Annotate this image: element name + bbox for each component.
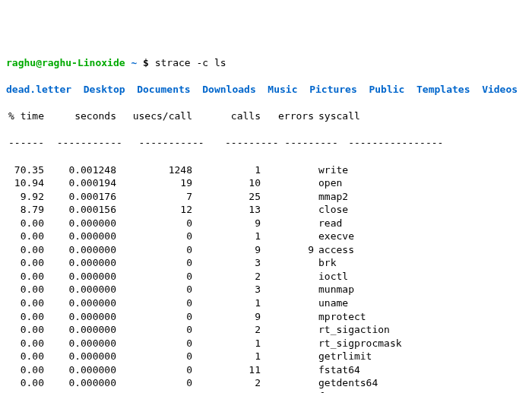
table-row: 10.940.0001941910open bbox=[6, 176, 526, 190]
table-row: 0.000.00000001execve bbox=[6, 230, 526, 243]
prompt-cwd: ~ bbox=[131, 57, 137, 68]
table-row: 70.350.00124812481write bbox=[6, 163, 526, 177]
table-row: 0.000.00000003munmap bbox=[6, 283, 526, 296]
prompt-dollar: $ bbox=[143, 57, 149, 68]
table-row: 9.920.000176725mmap2 bbox=[6, 190, 526, 204]
table-row: 0.000.00000002rt_sigaction bbox=[6, 323, 526, 337]
table-row: 0.000.00000009read bbox=[6, 217, 526, 230]
table-row: 0.000.00000001uname bbox=[6, 296, 526, 310]
table-row: 0.000.000000011fstat64 bbox=[6, 363, 526, 377]
table-row: 0.000.00000001getrlimit bbox=[6, 350, 526, 363]
table-row: 0.000.000000099access bbox=[6, 243, 526, 257]
table-row: 0.000.000000011futex bbox=[6, 390, 526, 393]
prompt-line-1[interactable]: raghu@raghu-Linoxide ~ $ strace -c ls bbox=[6, 56, 526, 70]
table-row: 8.790.0001561213close bbox=[6, 203, 526, 217]
table-separator-top: ------ ----------- ----------- ---------… bbox=[6, 136, 526, 150]
table-row: 0.000.00000001rt_sigprocmask bbox=[6, 337, 526, 350]
command-text: strace -c ls bbox=[155, 57, 226, 68]
table-row: 0.000.00000002getdents64 bbox=[6, 376, 526, 390]
table-row: 0.000.00000002ioctl bbox=[6, 270, 526, 284]
ls-output-line: dead.letter Desktop Documents Downloads … bbox=[6, 83, 526, 97]
table-header: % timesecondsusecs/callcallserrorssyscal… bbox=[6, 109, 526, 123]
table-row: 0.000.00000009mprotect bbox=[6, 310, 526, 324]
prompt-user-host: raghu@raghu-Linoxide bbox=[6, 57, 125, 68]
table-row: 0.000.00000003brk bbox=[6, 256, 526, 270]
